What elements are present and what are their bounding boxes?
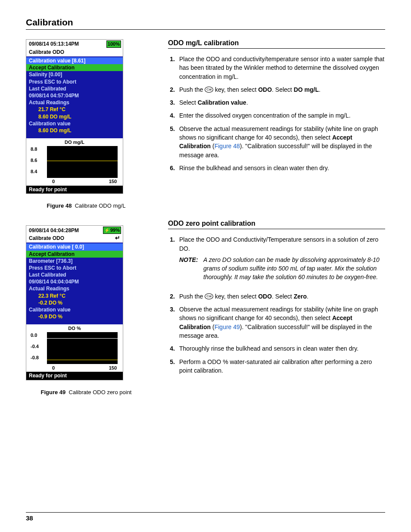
graph1-x2: 150 [109, 178, 117, 185]
figure-49-link[interactable]: Figure 49 [215, 324, 240, 330]
device2-footer: Ready for point [26, 372, 123, 380]
esc-row: Press ESC to Abort [26, 264, 123, 271]
salinity-row: Salinity [0.00] [26, 71, 123, 78]
graph-1-title: DO mg/L [26, 138, 123, 146]
return-icon: ↵ [115, 235, 120, 242]
section2-title: ODO zero point calibration [168, 220, 385, 229]
reading-temp: 22.3 Ref °C [26, 292, 123, 299]
s1-step2: Push the Cal key, then select ODO. Selec… [179, 85, 385, 94]
graph-1: DO mg/L 8.8 8.6 8.4 0 150 [26, 138, 123, 186]
accept-cal-row: Accept Calibration [26, 64, 123, 71]
reading-do: 8.60 DO mg/L [26, 113, 123, 120]
battery-indicator: ⚡99% [103, 227, 121, 234]
cal-value-row: Calibration value [ 0.0] [26, 243, 123, 250]
figure-48-caption: Figure 48 Calibrate ODO mg/L [26, 202, 146, 209]
device1-subtitle: Calibrate ODO [29, 49, 64, 56]
accept-cal-row: Accept Calibration [26, 251, 123, 258]
graph1-y1: 8.8 [31, 146, 37, 152]
section1-title: ODO mg/L calibration [168, 39, 385, 49]
battery-indicator: 100% [106, 40, 121, 48]
section1-steps: 1.Place the ODO and conductivity/tempera… [168, 55, 385, 172]
device1-timestamp: 09/08/14 05:13:14PM [29, 40, 79, 47]
note-body: A zero DO solution can be made by dissol… [203, 255, 385, 282]
graph1-y3: 8.4 [31, 168, 37, 175]
cal-value-label: Calibration value [26, 120, 123, 127]
graph1-y2: 8.6 [31, 157, 37, 164]
graph2-y2: -0.4 [31, 343, 39, 350]
device2-subtitle: Calibrate ODO [29, 235, 64, 242]
last-cal-label: Last Calibrated [26, 271, 123, 278]
note-label: NOTE: [179, 255, 203, 282]
graph-2: DO % 0.0 -0.4 -0.8 0 150 [26, 324, 123, 372]
section2-steps: 1. Place the ODO and Conductivity/Temper… [168, 235, 385, 375]
charging-icon: ⚡ [104, 228, 109, 233]
device-screenshot-2: 09/08/14 04:04:28PM ⚡99% Calibrate ODO ↵… [26, 225, 123, 380]
reading-do: -0.2 DO % [26, 299, 123, 306]
page-number: 38 [26, 512, 385, 522]
s2-step5: Perform a ODO % water-saturated air cali… [179, 358, 385, 375]
s1-step6: Rinse the bulkhead and sensors in clean … [179, 164, 385, 172]
s1-step3: Select Calibration value. [179, 98, 385, 107]
reading-temp: 21.7 Ref °C [26, 106, 123, 113]
s2-step4: Thoroughly rinse the bulkhead and sensor… [179, 344, 385, 353]
graph2-x1: 0 [52, 365, 55, 371]
s1-step5: Observe the actual measurement readings … [179, 124, 385, 159]
cal-value-label: Calibration value [26, 306, 123, 313]
note-block: NOTE: A zero DO solution can be made by … [179, 255, 385, 282]
barometer-row: Barometer [736.3] [26, 258, 123, 264]
page-title: Calibration [26, 17, 385, 30]
last-cal-time: 09/08/14 04:57:04PM [26, 92, 123, 99]
s2-step3: Observe the actual measurement readings … [179, 305, 385, 340]
last-cal-time: 09/08/14 04:04:04PM [26, 278, 123, 285]
s1-step1: Place the ODO and conductivity/temperatu… [179, 55, 385, 81]
device-screenshot-1: 09/08/14 05:13:14PM 100% Calibrate ODO C… [26, 39, 123, 194]
cal-key-icon: Cal [205, 293, 213, 299]
device2-timestamp: 09/08/14 04:04:28PM [29, 227, 79, 234]
graph1-x1: 0 [52, 178, 55, 185]
cal-value-reading: -0.9 DO % [26, 313, 123, 320]
figure-48-link[interactable]: Figure 48 [215, 143, 240, 149]
esc-row: Press ESC to Abort [26, 78, 123, 85]
cal-value-row: Calibration value [8.61] [26, 57, 123, 64]
last-cal-label: Last Calibrated [26, 85, 123, 92]
actual-readings-label: Actual Readings [26, 285, 123, 292]
s2-step1: Place the ODO and Conductivity/Temperatu… [179, 235, 385, 287]
graph-2-title: DO % [26, 324, 123, 332]
s2-step2: Push the Cal key, then select ODO. Selec… [179, 292, 385, 301]
s1-step4: Enter the dissolved oxygen concentration… [179, 111, 385, 120]
graph2-y3: -0.8 [31, 355, 39, 361]
actual-readings-label: Actual Readings [26, 99, 123, 106]
figure-49-caption: Figure 49 Calibrate ODO zero point [26, 389, 146, 395]
graph2-x2: 150 [109, 365, 117, 371]
graph2-y1: 0.0 [31, 332, 37, 339]
device1-footer: Ready for point [26, 186, 123, 193]
cal-value-reading: 8.60 DO mg/L [26, 127, 123, 134]
cal-key-icon: Cal [205, 87, 213, 93]
